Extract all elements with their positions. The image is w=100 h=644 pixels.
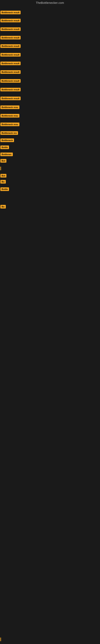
- final-line-indicator: [0, 638, 1, 641]
- bottleneck-badge-16[interactable]: Bottleneck: [0, 138, 14, 142]
- bottleneck-badge-10[interactable]: Bottleneck result: [0, 88, 21, 91]
- bottleneck-badge-15[interactable]: Bottleneck res: [0, 131, 18, 135]
- bottleneck-badge-22[interactable]: Bo: [0, 180, 6, 184]
- bottleneck-badge-7[interactable]: Bottleneck result: [0, 62, 21, 65]
- bottleneck-badge-17[interactable]: Bottle: [0, 146, 9, 149]
- bottleneck-badge-8[interactable]: Bottleneck result: [0, 70, 21, 74]
- bottleneck-badge-12[interactable]: Bottleneck resu: [0, 106, 19, 109]
- bottleneck-badge-19[interactable]: Bot: [0, 159, 6, 162]
- bottleneck-badge-23[interactable]: Bottle: [0, 187, 9, 191]
- bottleneck-badge-21[interactable]: Bot: [0, 174, 6, 178]
- bottleneck-badge-14[interactable]: Bottleneck resu: [0, 122, 19, 126]
- page-wrapper: TheBottlenecker.com Bottleneck resultBot…: [0, 0, 100, 644]
- bottleneck-badge-18[interactable]: Bottlenec: [0, 152, 13, 156]
- bottleneck-badge-9[interactable]: Bottleneck result: [0, 79, 21, 83]
- site-title: TheBottlenecker.com: [0, 0, 100, 6]
- bottleneck-badge-4[interactable]: Bottleneck result: [0, 36, 21, 40]
- site-title-text: TheBottlenecker.com: [36, 1, 64, 4]
- bottleneck-badge-2[interactable]: Bottleneck result: [0, 19, 21, 22]
- bottleneck-badge-3[interactable]: Bottleneck result: [0, 27, 21, 31]
- badges-container: Bottleneck resultBottleneck resultBottle…: [0, 6, 100, 644]
- bottleneck-badge-11[interactable]: Bottleneck result: [0, 96, 21, 100]
- bottleneck-badge-13[interactable]: Bottleneck resu: [0, 114, 19, 118]
- bottleneck-badge-5[interactable]: Bottleneck result: [0, 44, 21, 48]
- bottleneck-badge-25[interactable]: Bo: [0, 205, 6, 208]
- bottleneck-badge-20[interactable]: [0, 167, 1, 170]
- bottleneck-badge-6[interactable]: Bottleneck result: [0, 53, 21, 56]
- bottleneck-badge-1[interactable]: Bottleneck result: [0, 11, 21, 14]
